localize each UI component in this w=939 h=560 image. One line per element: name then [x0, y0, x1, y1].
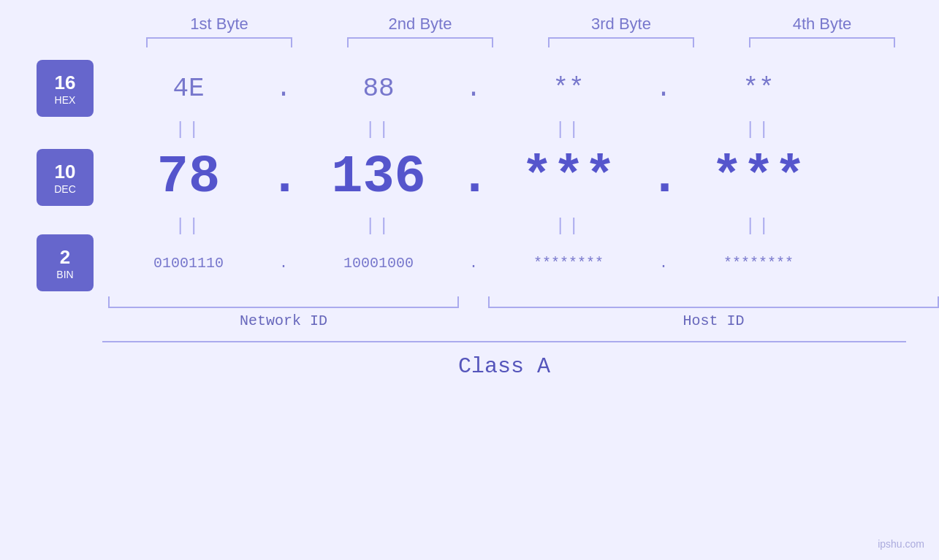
bin-byte-2: 10001000 — [298, 255, 459, 272]
bracket-1 — [146, 37, 292, 47]
byte-header-2: 2nd Byte — [340, 15, 501, 34]
bin-dot-2: . — [459, 255, 488, 272]
hex-badge: 16 HEX — [37, 60, 94, 117]
sep-1-3: || — [488, 120, 649, 139]
hex-byte-4: ** — [678, 74, 839, 104]
byte-header-1: 1st Byte — [139, 15, 300, 34]
bin-row: 01001110 . 10001000 . ******** . *******… — [108, 237, 939, 288]
bin-byte-1: 01001110 — [108, 255, 269, 272]
byte-headers-row: 1st Byte 2nd Byte 3rd Byte 4th Byte — [119, 15, 923, 34]
sep-1-1: || — [108, 120, 269, 139]
sep-2-1: || — [108, 216, 269, 236]
host-id-label: Host ID — [488, 312, 939, 329]
byte-header-3: 3rd Byte — [541, 15, 702, 34]
sep-2-4: || — [678, 216, 839, 236]
bin-dot-1: . — [269, 255, 298, 272]
bracket-3 — [548, 37, 694, 47]
dec-badge: 10 DEC — [37, 149, 94, 206]
dec-dot-1: . — [269, 147, 298, 207]
network-id-label: Network ID — [108, 312, 459, 329]
sep-row-1: || || || || — [108, 118, 939, 141]
hex-dot-3: . — [649, 74, 678, 104]
hex-dot-1: . — [269, 74, 298, 104]
dec-byte-3: *** — [488, 147, 649, 207]
bin-byte-4: ******** — [678, 255, 839, 272]
dec-byte-4: *** — [678, 147, 839, 207]
hex-byte-1: 4E — [108, 74, 269, 104]
bin-dot-3: . — [649, 255, 678, 272]
sep-row-2: || || || || — [108, 214, 939, 237]
byte-header-4: 4th Byte — [742, 15, 902, 34]
class-label: Class A — [102, 354, 906, 379]
lower-brackets — [108, 292, 939, 308]
dec-byte-1: 78 — [108, 147, 269, 207]
lower-labels: Network ID Host ID — [108, 312, 939, 329]
bracket-2 — [347, 37, 493, 47]
bracket-4 — [749, 37, 895, 47]
hex-row: 4E . 88 . ** . ** — [108, 59, 939, 118]
data-grid: 4E . 88 . ** . ** || || || || 78 — [108, 59, 939, 329]
bin-byte-3: ******** — [488, 255, 649, 272]
dec-dot-3: . — [649, 147, 678, 207]
dec-dot-2: . — [459, 147, 488, 207]
network-bracket — [108, 296, 459, 308]
page-container: 1st Byte 2nd Byte 3rd Byte 4th Byte 16 H… — [0, 0, 939, 560]
bin-badge: 2 BIN — [37, 234, 94, 291]
hex-byte-2: 88 — [298, 74, 459, 104]
hex-dot-2: . — [459, 74, 488, 104]
bottom-line — [102, 341, 906, 342]
host-bracket — [488, 296, 939, 308]
top-bracket-row — [119, 37, 923, 52]
dec-byte-2: 136 — [298, 147, 459, 207]
sep-1-4: || — [678, 120, 839, 139]
labels-column: 16 HEX 10 DEC 2 BIN — [37, 59, 94, 288]
sep-1-2: || — [298, 120, 459, 139]
hex-byte-3: ** — [488, 74, 649, 104]
sep-2-3: || — [488, 216, 649, 236]
watermark: ipshu.com — [878, 538, 924, 550]
sep-2-2: || — [298, 216, 459, 236]
dec-row: 78 . 136 . *** . *** — [108, 141, 939, 214]
